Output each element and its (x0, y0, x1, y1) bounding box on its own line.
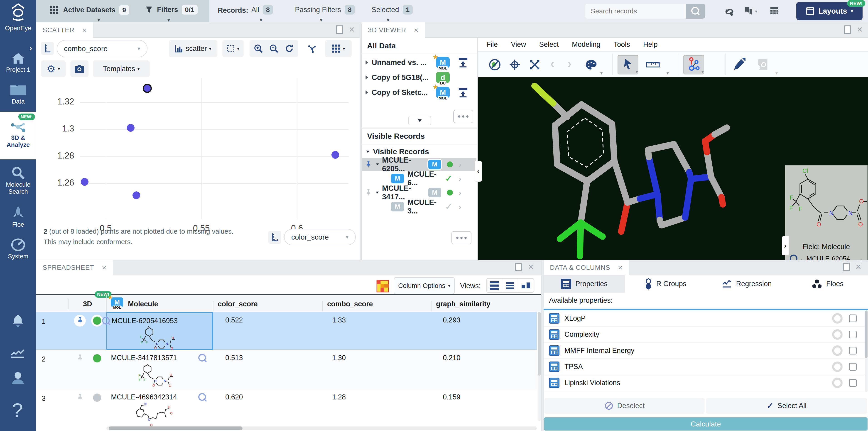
passing-filters-label[interactable]: Passing Filters (295, 6, 341, 14)
property-checkbox[interactable] (849, 379, 857, 387)
active-datasets-label[interactable]: Active Datasets (63, 6, 116, 14)
row-pin-icon[interactable] (76, 316, 84, 325)
vertical-scrollbar[interactable] (538, 312, 541, 421)
overlay-next-icon[interactable]: → (856, 255, 863, 260)
snapshot-button[interactable] (70, 60, 89, 77)
dataset-row[interactable]: Copy of 5G18(... dDU (362, 71, 476, 84)
expand-view-icon[interactable] (529, 59, 541, 71)
record-row[interactable]: M MCULE-3... ✓ › (362, 200, 476, 213)
tab-scatter-close-icon[interactable]: × (82, 26, 87, 34)
tab-spreadsheet-close-icon[interactable]: × (102, 263, 106, 272)
style-palette-icon[interactable] (585, 59, 597, 71)
spreadsheet-maximize-icon[interactable] (515, 263, 522, 271)
center-view-icon[interactable] (509, 59, 521, 71)
scatter-point[interactable] (332, 151, 339, 159)
scatter-point[interactable] (81, 178, 89, 186)
reset-view-icon[interactable] (284, 44, 294, 53)
col-molecule[interactable]: Molecule (128, 300, 158, 308)
property-checkbox[interactable] (849, 331, 857, 338)
check-icon-gray[interactable]: ✓ (445, 202, 453, 212)
upload-icon[interactable] (458, 57, 468, 68)
property-checkbox[interactable] (849, 363, 857, 371)
chart-type-button[interactable]: scatter ▾ (169, 40, 217, 57)
property-row[interactable]: Lipinski Violations (544, 375, 866, 391)
table-row[interactable]: 2 MCULE-3417813571 FFFONNOO 0.513 1.30 0… (36, 350, 537, 389)
tab-3d-viewer[interactable]: 3D VIEWER × (362, 22, 425, 38)
sidebar-item-project[interactable]: Project 1 (0, 48, 36, 78)
molecule-zoom-icon[interactable] (198, 393, 207, 402)
row-pin-icon-gray[interactable] (76, 393, 84, 402)
overlay-search-icon[interactable] (789, 254, 798, 260)
visibility-dot[interactable] (447, 190, 453, 196)
property-status-ring[interactable] (832, 362, 843, 372)
row-visibility-dot[interactable] (93, 317, 101, 325)
tab-regression[interactable]: Regression (706, 275, 787, 293)
menu-view[interactable]: View (511, 40, 526, 49)
scrollbar-thumb[interactable] (109, 427, 243, 430)
tab-data-columns[interactable]: DATA & COLUMNS × (544, 260, 629, 275)
sidebar-item-3d-analyze[interactable]: NEW! 3D & Analyze (0, 112, 36, 160)
select-cursor-button[interactable]: ▾ (618, 55, 639, 75)
sketch-pencil-icon[interactable] (733, 58, 745, 72)
visible-records-root[interactable]: Visible Records (362, 146, 476, 157)
templates-button[interactable]: Templates ▾ (93, 60, 150, 77)
tab-floes[interactable]: Floes (787, 275, 868, 293)
y-axis-settings-button[interactable] (41, 42, 54, 55)
notifications-bell-icon[interactable] (10, 313, 25, 328)
col-combo-score[interactable]: combo_score (327, 300, 373, 308)
viewer-maximize-icon[interactable] (844, 25, 851, 34)
layouts-button[interactable]: Layouts ▾ NEW! (796, 2, 863, 20)
overlay-collapse-handle[interactable]: › (782, 236, 788, 255)
help-icon[interactable]: ? (12, 399, 23, 422)
record-expand-icon[interactable]: › (459, 188, 461, 197)
visible-records-more-button[interactable] (452, 231, 471, 245)
x-axis-field-select[interactable]: color_score ▾ (284, 229, 356, 245)
sidebar-item-system[interactable]: System (0, 234, 36, 264)
sidebar-item-molecule-search[interactable]: Molecule Search (0, 162, 36, 199)
search-button[interactable] (686, 4, 705, 19)
build-molecule-button[interactable]: ▾ (683, 55, 704, 75)
property-status-ring[interactable] (832, 329, 843, 340)
filters-label[interactable]: Filters (157, 6, 178, 14)
property-row[interactable]: XLogP (544, 310, 866, 326)
scrollbar-thumb[interactable] (865, 310, 868, 358)
col-3d[interactable]: 3D (83, 300, 92, 308)
plot-settings-button[interactable]: ⚙ ▾ (41, 60, 66, 77)
row-visibility-dot[interactable] (93, 354, 101, 363)
check-icon[interactable]: ✓ (445, 173, 453, 183)
record-row[interactable]: MCULE-3417... M › (362, 186, 476, 199)
tab-3d-viewer-close-icon[interactable]: × (414, 26, 418, 34)
record-expand-icon[interactable]: › (459, 202, 461, 211)
surface-tool-icon[interactable] (756, 58, 770, 71)
tab-scatter[interactable]: SCATTER × (36, 22, 93, 38)
molecule-zoom-icon[interactable] (102, 316, 111, 325)
hide-atoms-icon[interactable] (489, 59, 501, 71)
property-row[interactable]: TPSA (544, 359, 866, 375)
scatter-point[interactable] (132, 192, 140, 199)
scatter-maximize-icon[interactable] (336, 25, 343, 34)
upload-icon[interactable] (458, 87, 468, 98)
select-all-button[interactable]: ✓ Select All (706, 398, 867, 414)
tab-properties[interactable]: Properties (544, 275, 625, 293)
spreadsheet-close-icon[interactable]: × (528, 263, 534, 271)
measure-ruler-icon[interactable] (646, 61, 660, 68)
property-row[interactable]: Complexity (544, 326, 866, 343)
menu-help[interactable]: Help (643, 40, 658, 49)
datacols-scrollbar[interactable] (865, 310, 868, 392)
property-status-ring[interactable] (832, 345, 843, 356)
selection-marquee-button[interactable]: ▾ (222, 40, 244, 57)
row-pin-icon-gray[interactable] (76, 354, 84, 363)
dataset-row[interactable]: Copy of Sketc... ★MMOL (362, 86, 476, 99)
records-all-label[interactable]: All (251, 6, 259, 14)
panels-icon[interactable] (743, 6, 753, 16)
tab-r-groups[interactable]: R Groups (625, 275, 706, 293)
property-status-ring[interactable] (832, 313, 843, 324)
grid-layout-button[interactable]: ▾ (325, 40, 352, 57)
scatter-plot-area[interactable]: 1.261.281.31.320.50.550.6 (80, 78, 349, 219)
viewer-close-icon[interactable]: × (857, 25, 863, 34)
table-icon[interactable] (769, 6, 779, 16)
all-data-more-button[interactable] (453, 110, 473, 123)
view-rows-compact-button[interactable] (502, 278, 518, 293)
table-row[interactable]: 3 MCULE-4696342314 NNOOO 0.620 1.28 0.15… (36, 389, 537, 427)
molecule-zoom-icon[interactable] (198, 353, 207, 363)
